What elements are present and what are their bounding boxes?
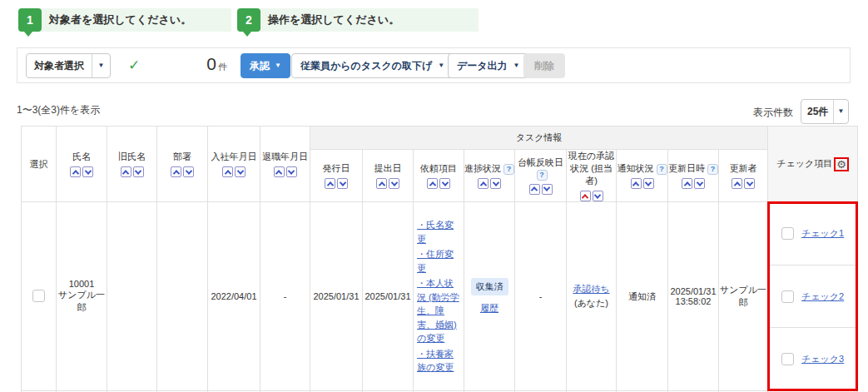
sort-asc-button[interactable]	[732, 178, 742, 189]
approval-status-link[interactable]: 承認待ち	[573, 284, 609, 294]
sort-asc-button[interactable]	[325, 178, 335, 189]
column-header-submit-date: 提出日	[363, 150, 414, 202]
sort-asc-button[interactable]	[274, 166, 285, 177]
cell-name: 10001 サンプル一郎	[57, 202, 107, 391]
sort-asc-button[interactable]	[171, 166, 181, 177]
delete-button: 削除	[523, 53, 565, 78]
sort-desc-button[interactable]	[389, 178, 399, 189]
column-header-approval-status: 現在の承認状況 (担当者)	[567, 150, 617, 202]
column-header-name: 氏名	[57, 127, 107, 202]
chevron-down-icon[interactable]: ▼	[833, 100, 848, 123]
help-icon[interactable]: ?	[537, 170, 548, 181]
request-item-link[interactable]: ・氏名変更	[417, 220, 454, 244]
request-item-link[interactable]: ・本人状況 (勤労学生、障害、婚姻) の変更	[417, 278, 459, 343]
column-header-updated-at: 更新日時?	[668, 150, 719, 202]
sort-asc-button-active[interactable]	[580, 191, 591, 201]
row-checkbox[interactable]	[32, 290, 45, 302]
approve-button-label: 承認	[250, 59, 270, 73]
column-header-updated-by: 更新者	[719, 150, 768, 202]
help-icon[interactable]: ?	[657, 164, 667, 175]
sort-asc-button[interactable]	[631, 178, 642, 189]
check-item-row: チェック3	[768, 328, 857, 390]
selected-count-unit: 件	[218, 62, 227, 72]
sort-desc-button[interactable]	[337, 178, 348, 189]
column-header-request-items: 依頼項目	[414, 150, 464, 202]
column-header-ledger-date: 台帳反映日?	[515, 150, 567, 202]
sort-desc-button[interactable]	[744, 178, 755, 189]
progress-status-badge: 収集済	[471, 278, 508, 295]
sort-desc-button[interactable]	[694, 178, 705, 189]
request-item-link[interactable]: ・扶養家族の変更	[417, 349, 454, 373]
per-page-select[interactable]: 25件 ▼	[801, 99, 849, 124]
check-item-link[interactable]: チェック3	[801, 353, 844, 365]
help-icon[interactable]: ?	[707, 164, 718, 175]
selected-count-number: 0	[206, 54, 216, 73]
check-item-checkbox[interactable]	[781, 227, 794, 240]
cell-progress: 収集済 履歴	[464, 202, 515, 391]
chevron-down-icon: ▼	[275, 62, 281, 69]
chevron-down-icon[interactable]: ▼	[92, 54, 110, 77]
cell-submit-date: 2025/01/31	[363, 202, 414, 391]
check-item-link[interactable]: チェック1	[801, 227, 844, 240]
step-2-label: 操作を選択してください。	[260, 8, 479, 32]
withdraw-task-button[interactable]: 従業員からのタスクの取下げ ▼	[291, 53, 454, 78]
gear-highlight-box: ⚙	[834, 157, 849, 171]
task-table: 選択 氏名 旧氏名 部署 入社年月日 退職年月日 タスク情報	[21, 126, 858, 392]
column-header-retire-date: 退職年月日	[260, 127, 310, 202]
sort-desc-button[interactable]	[183, 166, 194, 177]
withdraw-task-button-label: 従業員からのタスクの取下げ	[300, 59, 432, 73]
sort-desc-button[interactable]	[593, 191, 603, 201]
sort-desc-button[interactable]	[82, 166, 93, 177]
column-header-progress: 進捗状況?	[464, 150, 515, 202]
check-item-checkbox[interactable]	[781, 353, 794, 365]
approval-assignee: (あなた)	[567, 297, 616, 310]
sort-asc-button[interactable]	[222, 166, 233, 177]
sort-desc-button[interactable]	[643, 178, 654, 189]
sort-asc-button[interactable]	[529, 184, 540, 195]
sort-desc-button[interactable]	[490, 178, 501, 189]
cell-issue-date: 2025/01/31	[310, 202, 363, 391]
sort-desc-button[interactable]	[133, 166, 144, 177]
cell-ledger-date: -	[515, 202, 567, 391]
sort-desc-button[interactable]	[286, 166, 297, 177]
column-header-check-items: チェック項目⚙	[768, 127, 858, 202]
sort-desc-button[interactable]	[542, 184, 553, 195]
per-page-label: 表示件数	[753, 106, 793, 120]
sort-desc-button[interactable]	[235, 166, 246, 177]
history-link[interactable]: 履歴	[480, 303, 498, 313]
help-icon[interactable]: ?	[503, 164, 514, 175]
column-header-notify-status: 通知状況?	[617, 150, 668, 202]
approve-button[interactable]: 承認 ▼	[241, 53, 290, 78]
sort-asc-button[interactable]	[121, 166, 131, 177]
request-item-link[interactable]: ・住所変更	[417, 249, 454, 273]
sort-asc-button[interactable]	[478, 178, 489, 189]
sort-asc-button[interactable]	[70, 166, 81, 177]
column-header-old-name: 旧氏名	[107, 127, 157, 202]
cell-notify-status: 通知済	[617, 202, 668, 391]
sort-asc-button[interactable]	[376, 178, 387, 189]
check-item-link[interactable]: チェック2	[801, 290, 844, 303]
employee-name: サンプル一郎	[57, 289, 107, 314]
column-header-issue-date: 発行日	[310, 150, 363, 202]
data-export-button[interactable]: データ出力 ▼	[448, 53, 528, 78]
table-row: 10001 サンプル一郎 2022/04/01 - 2025/01/31 202…	[22, 202, 858, 391]
target-select-button[interactable]: 対象者選択 ▼	[26, 53, 111, 78]
action-toolbar: 対象者選択 ▼ ✓ 0件 承認 ▼ 従業員からのタスクの取下げ ▼ データ出力 …	[17, 47, 851, 83]
checkmark-icon: ✓	[128, 57, 140, 74]
sort-asc-button[interactable]	[427, 178, 438, 189]
step-1-label: 対象者を選択してください。	[42, 8, 231, 32]
cell-retire-date: -	[260, 202, 310, 391]
chevron-down-icon: ▼	[438, 62, 444, 69]
column-header-select: 選択	[22, 127, 57, 202]
step-1-badge: 1	[18, 8, 42, 32]
gear-icon[interactable]: ⚙	[836, 159, 846, 170]
check-item-row: チェック2	[768, 265, 857, 329]
cell-hire-date: 2022/04/01	[208, 202, 260, 391]
sort-desc-button[interactable]	[439, 178, 450, 189]
chevron-down-icon: ▼	[513, 62, 520, 69]
sort-asc-button[interactable]	[682, 178, 692, 189]
check-item-checkbox[interactable]	[781, 290, 794, 303]
data-export-button-label: データ出力	[457, 59, 508, 73]
cell-select	[22, 202, 57, 391]
column-header-hire-date: 入社年月日	[208, 127, 260, 202]
